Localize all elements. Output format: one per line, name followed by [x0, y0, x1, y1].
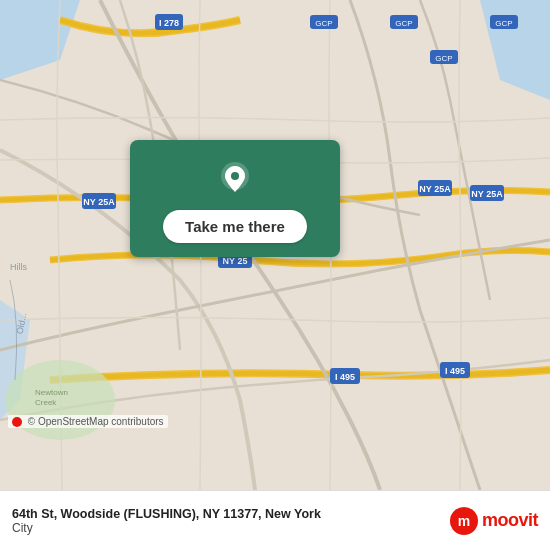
- svg-text:NY 25: NY 25: [223, 256, 248, 266]
- svg-text:GCP: GCP: [495, 19, 512, 28]
- svg-point-4: [5, 360, 115, 440]
- bottom-bar: 64th St, Woodside (FLUSHING), NY 11377, …: [0, 490, 550, 550]
- moovit-wordmark: moovit: [482, 510, 538, 531]
- address-section: 64th St, Woodside (FLUSHING), NY 11377, …: [12, 507, 450, 535]
- svg-text:I 495: I 495: [445, 366, 465, 376]
- svg-text:GCP: GCP: [395, 19, 412, 28]
- address-line2: City: [12, 521, 450, 535]
- svg-point-33: [231, 172, 239, 180]
- location-pin-icon: [214, 158, 256, 200]
- address-line1: 64th St, Woodside (FLUSHING), NY 11377, …: [12, 507, 450, 521]
- moovit-dot-icon: m: [450, 507, 478, 535]
- svg-text:NY 25A: NY 25A: [419, 184, 451, 194]
- osm-icon: [12, 417, 22, 427]
- osm-credit-text: © OpenStreetMap contributors: [28, 416, 164, 427]
- svg-text:Newtown: Newtown: [35, 388, 68, 397]
- map-container: Newtown Creek I 278 NY 25A NY 25A GCP GC…: [0, 0, 550, 490]
- svg-text:Creek: Creek: [35, 398, 57, 407]
- svg-text:GCP: GCP: [315, 19, 332, 28]
- svg-text:NY 25A: NY 25A: [471, 189, 503, 199]
- svg-text:GCP: GCP: [435, 54, 452, 63]
- svg-text:I 495: I 495: [335, 372, 355, 382]
- moovit-logo: m moovit: [450, 507, 538, 535]
- svg-text:I 278: I 278: [159, 18, 179, 28]
- location-card: Take me there: [130, 140, 340, 257]
- osm-credit: © OpenStreetMap contributors: [8, 415, 168, 428]
- svg-text:Hills: Hills: [10, 262, 27, 272]
- svg-text:NY 25A: NY 25A: [83, 197, 115, 207]
- take-me-there-button[interactable]: Take me there: [163, 210, 307, 243]
